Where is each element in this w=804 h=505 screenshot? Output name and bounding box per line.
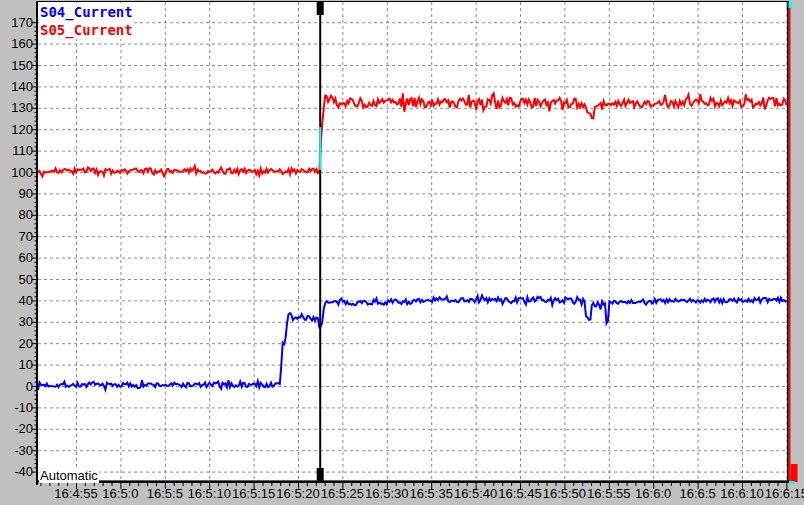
y-axis-label: 50 xyxy=(0,273,33,286)
y-axis-label: -20 xyxy=(0,422,33,435)
y-axis-label: 90 xyxy=(0,187,33,200)
legend-item-s05[interactable]: S05_Current xyxy=(39,21,134,39)
trend-chart-window: 1701601501401301201101009080706050403020… xyxy=(0,0,804,505)
y-axis-label: 160 xyxy=(0,37,33,50)
y-axis-label: 170 xyxy=(0,16,33,29)
legend: S04_Current S05_Current xyxy=(39,3,134,39)
y-axis-label: 20 xyxy=(0,337,33,350)
y-axis-label: 40 xyxy=(0,294,33,307)
y-axis-label: -30 xyxy=(0,444,33,457)
live-cursor-foot xyxy=(790,481,795,484)
y-axis-label: 80 xyxy=(0,208,33,221)
scale-mode-label[interactable]: Automatic xyxy=(39,468,99,483)
y-axis-label: 100 xyxy=(0,166,33,179)
plot-canvas[interactable] xyxy=(0,0,804,505)
y-axis-label: 10 xyxy=(0,358,33,371)
y-axis-label: 30 xyxy=(0,315,33,328)
y-axis-label: 70 xyxy=(0,230,33,243)
y-axis-label: -40 xyxy=(0,465,33,478)
y-axis-label: 150 xyxy=(0,59,33,72)
y-axis-label: 130 xyxy=(0,101,33,114)
x-axis-label: 16:6:15 xyxy=(755,487,804,501)
time-cursor-bottom-handle[interactable] xyxy=(317,468,324,481)
y-axis-label: 0 xyxy=(0,380,33,393)
y-axis-label: 120 xyxy=(0,123,33,136)
live-cursor-bottom-handle[interactable] xyxy=(791,464,798,482)
y-axis-label: -10 xyxy=(0,401,33,414)
time-cursor-top-handle[interactable] xyxy=(317,2,324,15)
legend-item-s04[interactable]: S04_Current xyxy=(39,3,134,21)
y-axis-label: 60 xyxy=(0,251,33,264)
y-axis-label: 140 xyxy=(0,80,33,93)
y-axis-label: 110 xyxy=(0,144,33,157)
live-cursor-top-handle[interactable] xyxy=(786,2,792,8)
